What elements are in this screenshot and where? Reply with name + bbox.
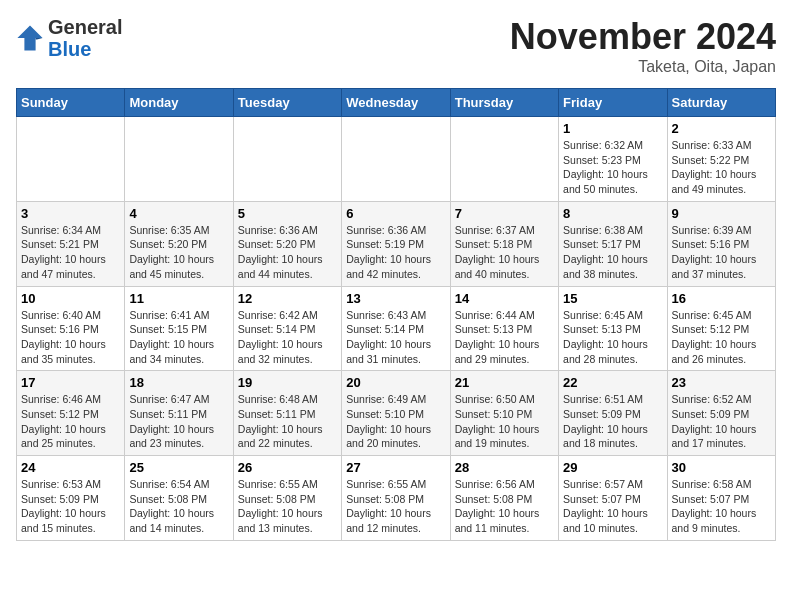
day-info: Sunrise: 6:42 AM Sunset: 5:14 PM Dayligh… (238, 308, 337, 367)
calendar-cell: 13Sunrise: 6:43 AM Sunset: 5:14 PM Dayli… (342, 286, 450, 371)
calendar-cell: 18Sunrise: 6:47 AM Sunset: 5:11 PM Dayli… (125, 371, 233, 456)
day-info: Sunrise: 6:36 AM Sunset: 5:19 PM Dayligh… (346, 223, 445, 282)
calendar-cell (450, 117, 558, 202)
day-info: Sunrise: 6:55 AM Sunset: 5:08 PM Dayligh… (238, 477, 337, 536)
day-info: Sunrise: 6:58 AM Sunset: 5:07 PM Dayligh… (672, 477, 771, 536)
day-info: Sunrise: 6:48 AM Sunset: 5:11 PM Dayligh… (238, 392, 337, 451)
day-info: Sunrise: 6:40 AM Sunset: 5:16 PM Dayligh… (21, 308, 120, 367)
day-number: 22 (563, 375, 662, 390)
day-number: 13 (346, 291, 445, 306)
day-number: 6 (346, 206, 445, 221)
day-number: 4 (129, 206, 228, 221)
day-info: Sunrise: 6:39 AM Sunset: 5:16 PM Dayligh… (672, 223, 771, 282)
day-number: 29 (563, 460, 662, 475)
logo-general-text: General (48, 16, 122, 38)
calendar-cell: 25Sunrise: 6:54 AM Sunset: 5:08 PM Dayli… (125, 456, 233, 541)
day-number: 14 (455, 291, 554, 306)
day-number: 16 (672, 291, 771, 306)
day-number: 19 (238, 375, 337, 390)
weekday-header-row: SundayMondayTuesdayWednesdayThursdayFrid… (17, 89, 776, 117)
calendar-cell: 16Sunrise: 6:45 AM Sunset: 5:12 PM Dayli… (667, 286, 775, 371)
day-info: Sunrise: 6:56 AM Sunset: 5:08 PM Dayligh… (455, 477, 554, 536)
day-info: Sunrise: 6:45 AM Sunset: 5:12 PM Dayligh… (672, 308, 771, 367)
weekday-header-thursday: Thursday (450, 89, 558, 117)
day-number: 23 (672, 375, 771, 390)
day-info: Sunrise: 6:43 AM Sunset: 5:14 PM Dayligh… (346, 308, 445, 367)
calendar-cell: 4Sunrise: 6:35 AM Sunset: 5:20 PM Daylig… (125, 201, 233, 286)
day-number: 8 (563, 206, 662, 221)
day-number: 28 (455, 460, 554, 475)
calendar-cell: 27Sunrise: 6:55 AM Sunset: 5:08 PM Dayli… (342, 456, 450, 541)
day-number: 27 (346, 460, 445, 475)
day-info: Sunrise: 6:33 AM Sunset: 5:22 PM Dayligh… (672, 138, 771, 197)
day-info: Sunrise: 6:35 AM Sunset: 5:20 PM Dayligh… (129, 223, 228, 282)
day-number: 18 (129, 375, 228, 390)
calendar-cell: 1Sunrise: 6:32 AM Sunset: 5:23 PM Daylig… (559, 117, 667, 202)
calendar-cell (342, 117, 450, 202)
calendar-cell (17, 117, 125, 202)
day-number: 10 (21, 291, 120, 306)
day-number: 26 (238, 460, 337, 475)
day-info: Sunrise: 6:46 AM Sunset: 5:12 PM Dayligh… (21, 392, 120, 451)
day-number: 15 (563, 291, 662, 306)
calendar-cell (233, 117, 341, 202)
calendar-cell: 7Sunrise: 6:37 AM Sunset: 5:18 PM Daylig… (450, 201, 558, 286)
calendar-cell (125, 117, 233, 202)
week-row-3: 10Sunrise: 6:40 AM Sunset: 5:16 PM Dayli… (17, 286, 776, 371)
week-row-1: 1Sunrise: 6:32 AM Sunset: 5:23 PM Daylig… (17, 117, 776, 202)
calendar-cell: 17Sunrise: 6:46 AM Sunset: 5:12 PM Dayli… (17, 371, 125, 456)
day-number: 1 (563, 121, 662, 136)
logo-icon (16, 24, 44, 52)
day-info: Sunrise: 6:45 AM Sunset: 5:13 PM Dayligh… (563, 308, 662, 367)
calendar-cell: 6Sunrise: 6:36 AM Sunset: 5:19 PM Daylig… (342, 201, 450, 286)
calendar-cell: 26Sunrise: 6:55 AM Sunset: 5:08 PM Dayli… (233, 456, 341, 541)
month-title: November 2024 (510, 16, 776, 58)
day-number: 17 (21, 375, 120, 390)
weekday-header-saturday: Saturday (667, 89, 775, 117)
weekday-header-sunday: Sunday (17, 89, 125, 117)
day-number: 12 (238, 291, 337, 306)
day-number: 2 (672, 121, 771, 136)
calendar-cell: 29Sunrise: 6:57 AM Sunset: 5:07 PM Dayli… (559, 456, 667, 541)
day-number: 11 (129, 291, 228, 306)
calendar-cell: 12Sunrise: 6:42 AM Sunset: 5:14 PM Dayli… (233, 286, 341, 371)
day-info: Sunrise: 6:47 AM Sunset: 5:11 PM Dayligh… (129, 392, 228, 451)
day-info: Sunrise: 6:50 AM Sunset: 5:10 PM Dayligh… (455, 392, 554, 451)
calendar-cell: 3Sunrise: 6:34 AM Sunset: 5:21 PM Daylig… (17, 201, 125, 286)
day-number: 21 (455, 375, 554, 390)
calendar-cell: 24Sunrise: 6:53 AM Sunset: 5:09 PM Dayli… (17, 456, 125, 541)
calendar-cell: 19Sunrise: 6:48 AM Sunset: 5:11 PM Dayli… (233, 371, 341, 456)
week-row-5: 24Sunrise: 6:53 AM Sunset: 5:09 PM Dayli… (17, 456, 776, 541)
calendar-cell: 23Sunrise: 6:52 AM Sunset: 5:09 PM Dayli… (667, 371, 775, 456)
day-number: 24 (21, 460, 120, 475)
calendar-cell: 21Sunrise: 6:50 AM Sunset: 5:10 PM Dayli… (450, 371, 558, 456)
day-info: Sunrise: 6:49 AM Sunset: 5:10 PM Dayligh… (346, 392, 445, 451)
day-info: Sunrise: 6:51 AM Sunset: 5:09 PM Dayligh… (563, 392, 662, 451)
calendar-cell: 28Sunrise: 6:56 AM Sunset: 5:08 PM Dayli… (450, 456, 558, 541)
calendar-cell: 15Sunrise: 6:45 AM Sunset: 5:13 PM Dayli… (559, 286, 667, 371)
day-number: 3 (21, 206, 120, 221)
calendar-cell: 2Sunrise: 6:33 AM Sunset: 5:22 PM Daylig… (667, 117, 775, 202)
day-info: Sunrise: 6:41 AM Sunset: 5:15 PM Dayligh… (129, 308, 228, 367)
day-info: Sunrise: 6:37 AM Sunset: 5:18 PM Dayligh… (455, 223, 554, 282)
day-info: Sunrise: 6:36 AM Sunset: 5:20 PM Dayligh… (238, 223, 337, 282)
calendar-cell: 30Sunrise: 6:58 AM Sunset: 5:07 PM Dayli… (667, 456, 775, 541)
calendar-cell: 5Sunrise: 6:36 AM Sunset: 5:20 PM Daylig… (233, 201, 341, 286)
page-header: General Blue November 2024 Taketa, Oita,… (16, 16, 776, 76)
weekday-header-friday: Friday (559, 89, 667, 117)
day-info: Sunrise: 6:44 AM Sunset: 5:13 PM Dayligh… (455, 308, 554, 367)
day-info: Sunrise: 6:55 AM Sunset: 5:08 PM Dayligh… (346, 477, 445, 536)
calendar-cell: 14Sunrise: 6:44 AM Sunset: 5:13 PM Dayli… (450, 286, 558, 371)
weekday-header-tuesday: Tuesday (233, 89, 341, 117)
day-number: 30 (672, 460, 771, 475)
calendar-cell: 8Sunrise: 6:38 AM Sunset: 5:17 PM Daylig… (559, 201, 667, 286)
weekday-header-wednesday: Wednesday (342, 89, 450, 117)
calendar-cell: 20Sunrise: 6:49 AM Sunset: 5:10 PM Dayli… (342, 371, 450, 456)
day-number: 25 (129, 460, 228, 475)
logo-blue-text: Blue (48, 38, 91, 60)
day-number: 9 (672, 206, 771, 221)
day-info: Sunrise: 6:54 AM Sunset: 5:08 PM Dayligh… (129, 477, 228, 536)
week-row-4: 17Sunrise: 6:46 AM Sunset: 5:12 PM Dayli… (17, 371, 776, 456)
day-info: Sunrise: 6:32 AM Sunset: 5:23 PM Dayligh… (563, 138, 662, 197)
calendar-cell: 11Sunrise: 6:41 AM Sunset: 5:15 PM Dayli… (125, 286, 233, 371)
